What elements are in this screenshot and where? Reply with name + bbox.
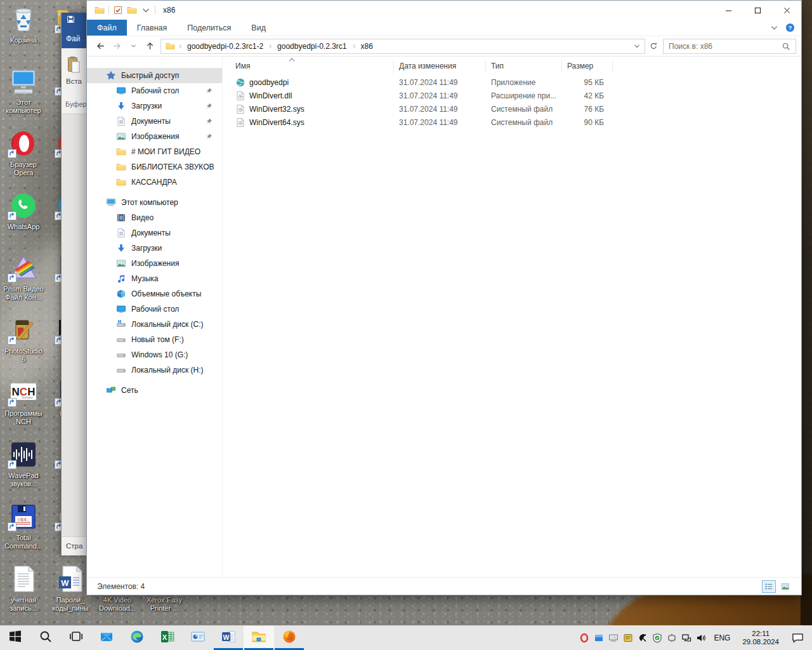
back-button[interactable] (92, 39, 108, 54)
taskbar-edge-button[interactable] (122, 626, 152, 650)
column-header-тип[interactable]: Тип (486, 60, 562, 72)
taskbar-excel-button[interactable]: X (152, 626, 183, 650)
sidebar-item-видео[interactable]: Видео (87, 210, 222, 225)
paste-icon[interactable] (67, 56, 80, 74)
taskbar-task-view-button[interactable] (61, 626, 91, 650)
sidebar-item-изображения[interactable]: Изображения (87, 129, 222, 144)
close-button[interactable] (772, 1, 801, 20)
sidebar-item-объемные-объекты[interactable]: Объемные объекты (87, 286, 222, 302)
taskbar-firefox-button[interactable] (274, 626, 304, 650)
details-view-button[interactable] (762, 580, 776, 593)
defender-tray-icon[interactable] (650, 626, 664, 650)
maximize-button[interactable] (743, 1, 772, 20)
desktop-icon-prism-видео-файл-кон[interactable]: Prism Видео Файл Кон... (0, 253, 47, 302)
properties-icon[interactable] (113, 5, 123, 15)
desktop-icon-этот-компьютер[interactable]: Этот компьютер (0, 66, 47, 115)
breadcrumb[interactable]: goodbyedpi-0.2.3rc1-2goodbyedpi-0.2.3rc1… (160, 39, 645, 54)
sidebar-item-windows-10-g[interactable]: Windows 10 (G:) (87, 347, 222, 362)
taskbar-start-button[interactable] (0, 626, 30, 650)
sidebar-item-загрузки[interactable]: Загрузки (87, 98, 222, 114)
location-folder-icon[interactable] (166, 41, 175, 51)
yellow-app-tray-icon[interactable] (620, 626, 635, 650)
minimize-button[interactable] (714, 1, 743, 20)
breadcrumb-segment-x86[interactable]: x86 (357, 42, 377, 51)
sidebar-item-документы[interactable]: Документы (87, 114, 222, 129)
breadcrumb-segment-goodbyedpi-0-2-3rc1[interactable]: goodbyedpi-0.2.3rc1 (273, 42, 350, 51)
new-folder-icon[interactable] (127, 5, 137, 15)
clock[interactable]: 22:11 29.08.2024 (736, 630, 785, 646)
file-row-windivert64-sys[interactable]: WinDivert64.sys31.07.2024 11:49Системный… (223, 116, 801, 129)
sidebar-section-network[interactable]: Сеть (87, 383, 222, 398)
sidebar-item-новый-том-f[interactable]: Новый том (F:) (87, 332, 222, 347)
sidebar-item-label: Изображения (131, 132, 179, 141)
file-row-windivert32-sys[interactable]: WinDivert32.sys31.07.2024 11:49Системный… (223, 102, 801, 116)
desktop-icon-браузер-opera[interactable]: Браузер Opera (0, 128, 47, 177)
sidebar-item-изображения[interactable]: Изображения (87, 256, 222, 271)
taskbar-system-app-button[interactable] (183, 626, 213, 650)
sidebar-item-локальный-диск-c[interactable]: Локальный диск (C:) (87, 317, 222, 332)
language-indicator[interactable]: ENG (708, 633, 736, 642)
desktop-icon-учетная-запись[interactable]: учетная запись... (0, 564, 47, 613)
expand-ribbon-chevron-icon[interactable] (769, 23, 779, 32)
file-size-cell: 76 КБ (562, 105, 613, 114)
save-icon[interactable] (62, 15, 75, 25)
sidebar-item-документы[interactable]: Документы (87, 225, 222, 241)
word-file-tab[interactable]: Фай (62, 27, 86, 48)
desktop-icon-whatsapp[interactable]: WhatsApp (0, 190, 47, 231)
sidebar-section-quick-access[interactable]: Быстрый доступ (87, 68, 222, 83)
opera-tray-icon[interactable] (577, 626, 591, 650)
taskbar-taskbar-search-button[interactable] (30, 626, 61, 650)
taskbar-word-button[interactable]: W (213, 626, 244, 650)
ribbon-tab-файл[interactable]: Файл (87, 20, 127, 36)
sidebar-item-музыка[interactable]: Музыка (87, 271, 222, 286)
sidebar-item-локальный-диск-h[interactable]: Локальный диск (H:) (87, 362, 222, 378)
up-button[interactable] (141, 39, 158, 54)
sidebar-item-рабочий-стол[interactable]: Рабочий стол (87, 302, 222, 317)
address-dropdown-chevron-icon[interactable] (632, 41, 642, 51)
sidebar-item-рабочий-стол[interactable]: Рабочий стол (87, 83, 222, 98)
action-center-icon[interactable] (785, 626, 809, 650)
word-status-bar: Стра (62, 536, 86, 555)
search-input[interactable] (664, 42, 782, 51)
display-app-tray-icon[interactable] (606, 626, 620, 650)
ribbon-tab-вид[interactable]: Вид (241, 20, 276, 36)
sort-ascending-icon[interactable] (289, 57, 295, 62)
ribbon-tab-главная[interactable]: Главная (127, 20, 178, 36)
column-header-размер[interactable]: Размер (562, 60, 613, 72)
sidebar-section-this-pc[interactable]: Этот компьютер (87, 195, 222, 210)
taskbar-file-explorer-button[interactable] (244, 626, 274, 650)
recent-locations-chevron-icon[interactable] (125, 39, 141, 54)
column-header-имя[interactable]: Имя (223, 60, 394, 72)
paste-button-label[interactable]: Вста (66, 77, 82, 85)
volume-tray-icon[interactable] (693, 626, 708, 650)
help-icon[interactable]: ? (785, 23, 795, 32)
desktop-icon-photostudio-6[interactable]: PhotoStudio 6 (0, 315, 47, 364)
satellite-app-tray-icon[interactable] (635, 626, 650, 650)
file-row-windivert-dll[interactable]: WinDivert.dll31.07.2024 11:49Расширение … (223, 89, 801, 102)
word-window-partial[interactable]: Фай Вста Буфер Стра (61, 13, 86, 555)
blue-app-tray-icon[interactable] (591, 626, 606, 650)
taskbar-mail-button[interactable] (91, 626, 122, 650)
shortcut-arrow-icon (8, 274, 16, 282)
breadcrumb-segment-goodbyedpi-0-2-3rc1-2[interactable]: goodbyedpi-0.2.3rc1-2 (183, 42, 267, 51)
file-row-goodbyedpi[interactable]: goodbyedpi31.07.2024 11:49Приложение95 К… (223, 76, 801, 89)
sidebar-item-мои-гит-видео[interactable]: # МОИ ГИТ ВИДЕО (87, 144, 222, 159)
search-icon[interactable] (782, 42, 790, 51)
sidebar-item-библиотека-звуков[interactable]: БИБЛИОТЕКА ЗВУКОВ (87, 159, 222, 175)
network-tray-icon[interactable] (679, 626, 693, 650)
computer48-icon (8, 66, 39, 96)
forward-button[interactable] (108, 39, 125, 54)
desktop-icon-корзина[interactable]: Корзина (0, 4, 47, 44)
desktop-icon-total-command[interactable]: =64:Total Command... (0, 501, 47, 550)
desktop-icon-wavepad-звуков[interactable]: WavePad звуков... (0, 439, 47, 488)
folder-icon[interactable] (95, 5, 105, 15)
snip-app-tray-icon[interactable] (664, 626, 679, 650)
refresh-button[interactable] (645, 39, 662, 54)
column-header-дата-изменения[interactable]: Дата изменения (394, 60, 486, 72)
ribbon-tab-поделиться[interactable]: Поделиться (177, 20, 241, 36)
sidebar-item-загрузки[interactable]: Загрузки (87, 241, 222, 256)
thumbnails-view-button[interactable] (778, 580, 792, 593)
sidebar-item-кассандра[interactable]: КАССАНДРА (87, 175, 222, 190)
desktop-icon-программы-nch[interactable]: NCHSoftwareПрограммы NCH (0, 377, 47, 426)
customize-toolbar-chevron-icon[interactable] (141, 5, 151, 15)
